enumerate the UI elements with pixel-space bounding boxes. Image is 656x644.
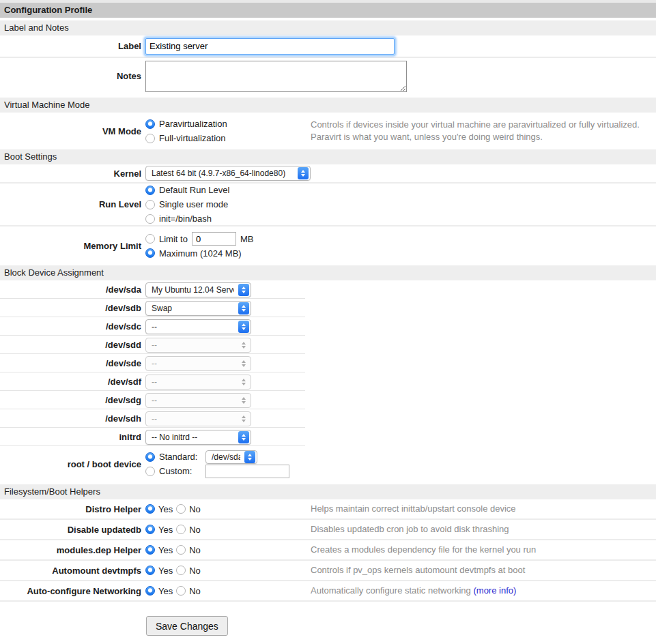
yes-label: Yes <box>158 545 173 555</box>
device-sdg-select: -- <box>145 393 251 408</box>
distro-helper-no-radio[interactable] <box>176 504 186 514</box>
root-device-standard-radio[interactable] <box>145 452 155 462</box>
device-sdg-label: /dev/sdg <box>0 395 141 405</box>
root-device-standard-label: Standard: <box>159 452 201 462</box>
select-arrows-icon <box>238 321 249 333</box>
device-row-sdg: /dev/sdg -- <box>0 391 656 409</box>
device-sdh-label: /dev/sdh <box>0 413 141 424</box>
label-row: Label <box>0 35 656 58</box>
device-row-sde: /dev/sde -- <box>0 354 656 372</box>
disable-updatedb-no-radio[interactable] <box>176 525 186 534</box>
memory-limit-label: Memory Limit <box>0 241 141 251</box>
automount-devtmpfs-yes-radio[interactable] <box>145 566 155 575</box>
vm-mode-paravirtualization-radio[interactable] <box>145 119 155 129</box>
kernel-row: Kernel Latest 64 bit (4.9.7-x86_64-linod… <box>0 164 656 184</box>
label-field-label: Label <box>0 41 141 51</box>
distro-helper-yes-radio[interactable] <box>145 504 155 514</box>
modules-dep-helper-label: modules.dep Helper <box>0 545 141 555</box>
run-level-init-bash-label: init=/bin/bash <box>159 214 212 224</box>
root-device-standard-select[interactable]: /dev/sda <box>205 450 257 464</box>
distro-helper-label: Distro Helper <box>0 504 141 514</box>
run-level-single-user-radio[interactable] <box>145 200 155 209</box>
device-sda-select[interactable]: My Ubuntu 12.04 Server <box>145 282 251 297</box>
root-device-custom-input[interactable] <box>205 465 289 478</box>
auto-configure-networking-no-radio[interactable] <box>176 586 186 596</box>
device-sda-label: /dev/sda <box>0 284 141 295</box>
run-level-label: Run Level <box>0 199 141 209</box>
save-changes-button[interactable]: Save Changes <box>146 616 228 636</box>
automount-devtmpfs-no-radio[interactable] <box>176 566 186 575</box>
section-block-device-assignment: Block Device Assignment <box>0 265 656 280</box>
root-device-custom-radio[interactable] <box>145 467 155 476</box>
root-boot-device-label: root / boot device <box>0 459 141 469</box>
distro-helper-help: Helps maintain correct inittab/upstart c… <box>311 503 516 515</box>
vm-mode-full-virtualization-radio[interactable] <box>145 134 155 143</box>
device-sdc-select[interactable]: -- <box>145 319 251 334</box>
modules-dep-no-radio[interactable] <box>176 545 186 555</box>
disable-updatedb-yes-radio[interactable] <box>145 525 155 534</box>
device-sdf-label: /dev/sdf <box>0 377 141 387</box>
select-arrows-icon <box>238 339 249 351</box>
section-filesystem-boot-helpers: Filesystem/Boot Helpers <box>0 484 656 499</box>
device-sde-label: /dev/sde <box>0 358 141 368</box>
select-arrows-icon <box>238 302 249 314</box>
helper-row-networking: Auto-configure Networking Yes No Automat… <box>0 581 656 602</box>
vm-mode-paravirtualization-label: Paravirtualization <box>159 119 227 129</box>
select-arrows-icon <box>298 167 309 179</box>
select-arrows-icon <box>238 394 249 407</box>
device-row-sdd: /dev/sdd -- <box>0 336 656 354</box>
device-row-sda: /dev/sda My Ubuntu 12.04 Server <box>0 280 656 299</box>
section-label-and-notes: Label and Notes <box>0 20 656 35</box>
select-arrows-icon <box>238 376 249 388</box>
select-arrows-icon <box>244 451 255 463</box>
run-level-init-bash-radio[interactable] <box>145 214 155 224</box>
device-row-sdh: /dev/sdh -- <box>0 409 656 428</box>
notes-textarea[interactable] <box>145 61 407 92</box>
device-sdb-label: /dev/sdb <box>0 303 141 313</box>
device-row-sdf: /dev/sdf -- <box>0 372 656 391</box>
vm-mode-label: VM Mode <box>0 126 141 136</box>
page-title: Configuration Profile <box>0 3 656 18</box>
automount-devtmpfs-label: Automount devtmpfs <box>0 566 141 576</box>
initrd-label: initrd <box>0 432 141 442</box>
select-arrows-icon <box>238 284 249 296</box>
memory-limit-to-radio[interactable] <box>145 234 155 244</box>
yes-label: Yes <box>158 566 173 576</box>
device-sde-select: -- <box>145 356 251 371</box>
kernel-label: Kernel <box>0 169 141 179</box>
yes-label: Yes <box>158 586 173 596</box>
initrd-row: initrd -- No initrd -- <box>0 428 656 446</box>
auto-configure-networking-yes-radio[interactable] <box>145 586 155 596</box>
section-boot-settings: Boot Settings <box>0 149 656 164</box>
device-row-sdb: /dev/sdb Swap <box>0 299 656 317</box>
device-sdd-label: /dev/sdd <box>0 340 141 350</box>
auto-configure-networking-help: Automatically configure static networkin… <box>311 585 516 597</box>
device-sdf-select: -- <box>145 375 251 390</box>
yes-label: Yes <box>158 525 173 535</box>
no-label: No <box>189 566 201 576</box>
auto-configure-networking-label: Auto-configure Networking <box>0 586 141 596</box>
run-level-default-radio[interactable] <box>145 186 155 195</box>
select-arrows-icon <box>238 413 249 425</box>
no-label: No <box>189 545 201 555</box>
memory-maximum-label: Maximum (1024 MB) <box>159 248 242 259</box>
device-sdb-select[interactable]: Swap <box>145 301 251 316</box>
kernel-select[interactable]: Latest 64 bit (4.9.7-x86_64-linode80) <box>145 166 311 181</box>
modules-dep-yes-radio[interactable] <box>145 545 155 555</box>
select-arrows-icon <box>238 357 249 370</box>
memory-limit-input[interactable] <box>192 232 236 246</box>
notes-row: Notes <box>0 58 656 94</box>
device-sdh-select: -- <box>145 411 251 426</box>
notes-field-label: Notes <box>0 71 141 81</box>
no-label: No <box>189 586 201 596</box>
memory-maximum-radio[interactable] <box>145 248 155 258</box>
section-virtual-machine-mode: Virtual Machine Mode <box>0 98 656 113</box>
no-label: No <box>189 525 201 535</box>
root-boot-device-row: root / boot device Standard: /dev/sda Cu… <box>0 446 656 482</box>
run-level-default-label: Default Run Level <box>159 185 229 195</box>
select-arrows-icon <box>238 431 249 443</box>
initrd-select[interactable]: -- No initrd -- <box>145 430 251 445</box>
helper-row-devtmpfs: Automount devtmpfs Yes No Controls if pv… <box>0 561 656 581</box>
label-input[interactable] <box>145 38 395 55</box>
more-info-link[interactable]: (more info) <box>473 585 516 596</box>
